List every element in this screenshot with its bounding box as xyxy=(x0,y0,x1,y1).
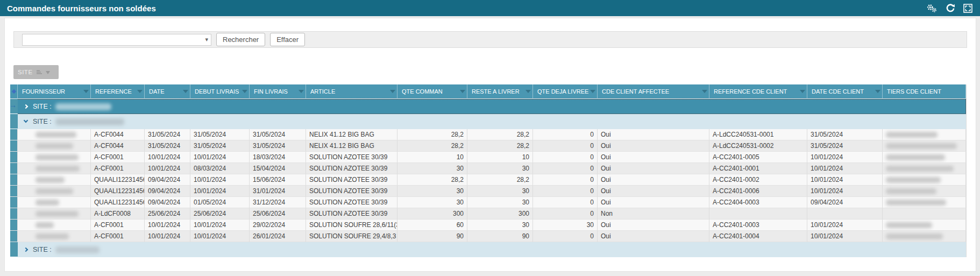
sort-icon[interactable] xyxy=(36,67,42,77)
row-selector[interactable] xyxy=(10,140,18,152)
table-row[interactable]: A-CF000110/01/202408/03/202415/04/2024SO… xyxy=(10,163,966,174)
table-row[interactable]: A-CF004431/05/202431/05/202431/05/2024NE… xyxy=(10,129,966,140)
cell-fin_livraison: 15/04/2024 xyxy=(250,163,306,174)
cell-fournisseur xyxy=(32,186,91,197)
table-row[interactable]: QUAALI122314565409/04/202410/01/202415/0… xyxy=(10,174,966,186)
table-row[interactable]: QUAALI122314565409/04/202401/05/202431/1… xyxy=(10,197,966,208)
cell-fin_livraison: 15/06/2024 xyxy=(250,174,306,186)
column-header-reste_a_livrer[interactable]: RESTE A LIVRER xyxy=(467,84,533,99)
redacted-text xyxy=(886,154,945,160)
table-row[interactable]: A-LdCF000825/06/202425/06/202425/06/2024… xyxy=(10,208,966,220)
column-header-date_cde_client[interactable]: DATE CDE CLIENT xyxy=(807,84,883,99)
row-selector[interactable] xyxy=(10,129,18,140)
clear-button[interactable]: Effacer xyxy=(270,33,305,46)
redacted-text xyxy=(35,233,69,239)
filter-icon[interactable] xyxy=(299,90,304,93)
filter-icon[interactable] xyxy=(590,90,595,93)
filter-icon[interactable] xyxy=(702,90,707,93)
column-header-label: QTE DEJA LIVREE xyxy=(537,88,588,95)
table-row[interactable]: A-CF000110/01/202410/01/202418/03/2024SO… xyxy=(10,152,966,163)
cell-reste_a_livrer: 30 xyxy=(467,220,533,231)
chevron-down-icon[interactable]: ▾ xyxy=(205,36,208,43)
cell-debut_livraison: 10/01/2024 xyxy=(190,186,250,197)
group-label: SITE : xyxy=(33,246,52,253)
row-selector[interactable] xyxy=(10,231,18,242)
column-header-cde_client_affectee[interactable]: CDE CLIENT AFFECTEE xyxy=(598,84,709,99)
gears-icon[interactable] xyxy=(926,4,938,13)
cell-date: 09/04/2024 xyxy=(145,186,190,197)
group-label: SITE : xyxy=(33,103,52,110)
search-button[interactable]: Rechercher xyxy=(216,33,265,46)
expand-group-icon[interactable] xyxy=(24,247,28,252)
row-selector[interactable] xyxy=(10,186,18,197)
column-header-reference[interactable]: REFERENCE xyxy=(91,84,145,99)
row-selector[interactable] xyxy=(10,220,18,231)
column-header-tiers_cde_client[interactable]: TIERS CDE CLIENT xyxy=(883,84,966,99)
row-selector[interactable] xyxy=(10,152,18,163)
filter-icon[interactable] xyxy=(137,90,143,93)
cell-date_cde_client: 10/01/2024 xyxy=(807,186,883,197)
column-header-date[interactable]: DATE xyxy=(145,84,190,99)
row-selector[interactable] xyxy=(10,163,18,174)
column-header-qte_deja_livree[interactable]: QTE DEJA LIVREE xyxy=(533,84,598,99)
search-input[interactable] xyxy=(23,34,200,45)
cell-tiers_cde_client xyxy=(883,152,966,163)
cell-reste_a_livrer: 30 xyxy=(467,197,533,208)
cell-date_cde_client: 09/04/2024 xyxy=(807,197,883,208)
row-selector[interactable] xyxy=(10,208,18,220)
row-selector[interactable]: → xyxy=(10,99,18,114)
filter-icon[interactable] xyxy=(183,90,188,93)
cell-qte_commandee: 10 xyxy=(397,152,467,163)
group-by-site-chip[interactable]: SITE xyxy=(13,65,59,79)
redacted-text xyxy=(886,177,941,183)
cell-reference_cde_client xyxy=(709,208,807,220)
group-row-site[interactable]: SITE : xyxy=(10,242,966,257)
column-header-fournisseur[interactable]: FOURNISSEUR xyxy=(18,84,91,99)
row-selector[interactable] xyxy=(10,114,18,129)
page-title: Commandes fournisseurs non soldées xyxy=(7,4,156,13)
filter-icon[interactable] xyxy=(242,90,247,93)
table-row[interactable]: A-CF004431/05/202431/05/202431/05/2024NE… xyxy=(10,140,966,152)
column-header-debut_livraison[interactable]: DEBUT LIVRAIS xyxy=(190,84,250,99)
group-row-site[interactable]: →SITE : xyxy=(10,99,966,114)
filter-icon[interactable] xyxy=(460,90,465,93)
filter-icon[interactable] xyxy=(83,90,89,93)
group-cell: SITE : xyxy=(18,242,966,257)
current-row-arrow-icon: → xyxy=(9,101,17,109)
table-row[interactable]: A-CF000110/01/202410/01/202426/01/2024SO… xyxy=(10,231,966,242)
filter-icon[interactable] xyxy=(390,90,395,93)
row-selector[interactable] xyxy=(10,197,18,208)
cell-reference: A-LdCF0008 xyxy=(91,208,145,220)
cell-qte_commandee: 300 xyxy=(397,208,467,220)
expand-icon[interactable] xyxy=(963,4,972,13)
cell-debut_livraison: 31/05/2024 xyxy=(190,140,250,152)
cell-reference: A-CF0001 xyxy=(91,220,145,231)
search-combobox[interactable]: ▾ xyxy=(22,34,211,46)
column-header-qte_commandee[interactable]: QTE COMMAN xyxy=(397,84,467,99)
row-selector[interactable] xyxy=(10,242,18,257)
cell-fin_livraison: 26/01/2024 xyxy=(250,231,306,242)
column-header-fin_livraison[interactable]: FIN LIVRAIS xyxy=(250,84,306,99)
expand-group-icon[interactable] xyxy=(24,104,28,109)
column-header-article[interactable]: ARTICLE xyxy=(306,84,397,99)
cell-qte_commandee: 30 xyxy=(397,197,467,208)
group-row-site[interactable]: SITE : xyxy=(10,114,966,129)
filter-icon[interactable] xyxy=(525,90,531,93)
filter-icon[interactable] xyxy=(875,90,880,93)
table-row[interactable]: QUAALI122314565409/04/202410/01/202431/0… xyxy=(10,186,966,197)
filter-icon[interactable] xyxy=(800,90,805,93)
cell-tiers_cde_client xyxy=(883,197,966,208)
column-header-reference_cde_client[interactable]: REFERENCE CDE CLIENT xyxy=(709,84,807,99)
select-all-header[interactable] xyxy=(10,84,18,99)
table-row[interactable]: A-CF000110/01/202410/01/202429/02/2024SO… xyxy=(10,220,966,231)
row-selector[interactable] xyxy=(10,174,18,186)
cell-reference: QUAALI1223145654 xyxy=(91,197,145,208)
collapse-group-icon[interactable] xyxy=(24,118,28,123)
cell-qte_deja_livree: 0 xyxy=(533,208,598,220)
filter-icon[interactable] xyxy=(46,71,50,74)
cell-cde_client_affectee: Oui xyxy=(598,220,709,231)
cell-qte_deja_livree: 0 xyxy=(533,197,598,208)
cell-date_cde_client: 10/01/2024 xyxy=(807,231,883,242)
refresh-icon[interactable] xyxy=(946,4,955,13)
cell-date: 10/01/2024 xyxy=(145,220,190,231)
